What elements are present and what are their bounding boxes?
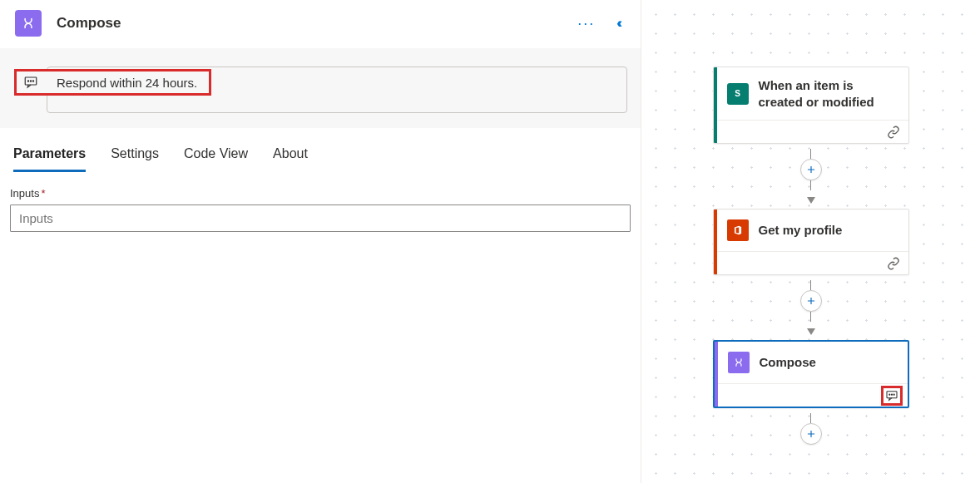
svg-point-5 <box>888 394 889 395</box>
flow-card-trigger[interactable]: S When an item is created or modified <box>713 67 909 144</box>
tab-code-view[interactable]: Code View <box>184 146 248 172</box>
note-banner: Respond within 24 hours. <box>47 67 627 113</box>
tab-settings[interactable]: Settings <box>111 146 159 172</box>
tab-about[interactable]: About <box>273 146 308 172</box>
add-step-button[interactable] <box>800 423 822 445</box>
sharepoint-icon: S <box>727 83 749 105</box>
note-text: Respond within 24 hours. <box>57 76 197 90</box>
svg-point-3 <box>32 81 33 81</box>
card-title: Get my profile <box>759 222 843 239</box>
tabs: Parameters Settings Code View About <box>0 128 641 172</box>
link-icon <box>887 126 900 139</box>
comment-icon <box>23 75 38 90</box>
collapse-panel-button[interactable]: ‹‹ <box>610 12 626 34</box>
flow-card-compose[interactable]: Compose <box>713 340 909 408</box>
compose-icon <box>15 10 42 37</box>
svg-point-7 <box>893 394 894 395</box>
flow-card-get-profile[interactable]: Get my profile <box>713 209 909 275</box>
card-title: Compose <box>760 354 816 371</box>
comment-indicator[interactable] <box>881 386 903 406</box>
add-step-button[interactable] <box>800 159 822 180</box>
svg-point-1 <box>27 81 28 81</box>
office-icon <box>727 219 749 241</box>
inputs-field[interactable] <box>10 205 631 232</box>
compose-icon <box>728 352 750 373</box>
card-title: When an item is created or modified <box>759 77 898 110</box>
flow-canvas[interactable]: S When an item is created or modified <box>641 0 980 483</box>
link-icon <box>887 257 900 270</box>
svg-point-6 <box>891 394 892 395</box>
add-step-button[interactable] <box>800 290 822 312</box>
svg-point-2 <box>30 81 31 81</box>
more-button[interactable]: ··· <box>571 12 601 36</box>
panel-title: Compose <box>57 15 571 32</box>
tab-parameters[interactable]: Parameters <box>13 146 86 172</box>
inputs-label: Inputs* <box>10 187 631 200</box>
